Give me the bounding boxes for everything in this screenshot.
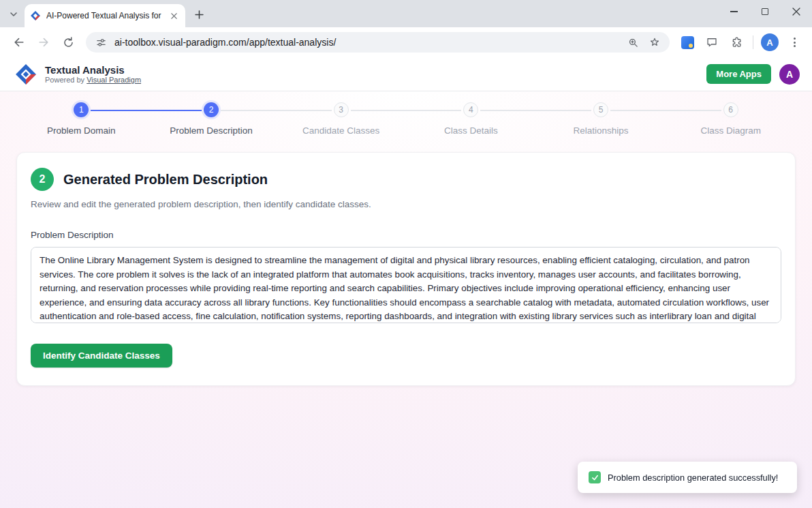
identify-candidate-classes-button[interactable]: Identify Candidate Classes: [31, 344, 172, 368]
generated-description-card: 2 Generated Problem Description Review a…: [16, 152, 796, 386]
step-circle: 3: [334, 102, 349, 117]
card-subtitle: Review and edit the generated problem de…: [31, 199, 781, 209]
card-step-badge: 2: [31, 168, 54, 191]
reload-icon[interactable]: [57, 31, 79, 53]
back-icon[interactable]: [8, 31, 30, 53]
visual-paradigm-logo: [15, 63, 37, 85]
step-circle: 1: [74, 102, 89, 117]
tab-search-chevron-icon[interactable]: [4, 5, 23, 24]
success-toast: Problem description generated successful…: [578, 462, 797, 493]
more-apps-button[interactable]: More Apps: [706, 64, 771, 84]
browser-tab[interactable]: AI-Powered Textual Analysis for: [25, 4, 185, 27]
powered-by: Powered by Visual Paradigm: [45, 76, 141, 84]
window-controls: [718, 0, 812, 23]
step-class-details[interactable]: 4 Class Details: [406, 102, 536, 136]
step-class-diagram[interactable]: 6 Class Diagram: [666, 102, 796, 136]
browser-tab-strip: AI-Powered Textual Analysis for: [0, 0, 812, 27]
forward-icon[interactable]: [33, 31, 54, 53]
step-circle: 6: [723, 102, 738, 117]
tab-title: AI-Powered Textual Analysis for: [46, 11, 162, 20]
app-title: Textual Analysis: [45, 64, 141, 76]
user-avatar[interactable]: A: [779, 64, 800, 85]
bookmark-star-icon[interactable]: [646, 34, 663, 50]
step-label: Candidate Classes: [302, 125, 379, 136]
step-problem-domain[interactable]: 1 Problem Domain: [16, 102, 146, 136]
chat-icon[interactable]: [701, 31, 723, 53]
step-problem-description[interactable]: 2 Problem Description: [146, 102, 277, 136]
extensions-puzzle-icon[interactable]: [725, 31, 747, 53]
address-bar[interactable]: ai-toolbox.visual-paradigm.com/app/textu…: [86, 32, 670, 53]
browser-menu-kebab-icon[interactable]: [783, 31, 805, 53]
new-tab-button[interactable]: [189, 5, 208, 24]
url-text[interactable]: ai-toolbox.visual-paradigm.com/app/textu…: [114, 37, 619, 48]
step-label: Relationships: [574, 125, 629, 136]
zoom-icon[interactable]: [625, 34, 641, 50]
tab-favicon: [30, 10, 41, 21]
wizard-stepper: 1 Problem Domain 2 Problem Description 3…: [0, 91, 812, 136]
minimize-icon[interactable]: [718, 0, 749, 23]
step-relationships[interactable]: 5 Relationships: [536, 102, 666, 136]
problem-description-textarea[interactable]: The Online Library Management System is …: [31, 247, 781, 323]
extension-icon-blue[interactable]: [676, 31, 698, 53]
browser-toolbar: ai-toolbox.visual-paradigm.com/app/textu…: [0, 27, 812, 57]
browser-profile-avatar[interactable]: A: [759, 31, 781, 53]
maximize-icon[interactable]: [749, 0, 781, 23]
success-check-icon: [589, 471, 601, 483]
problem-description-label: Problem Description: [31, 230, 781, 240]
page-content: 1 Problem Domain 2 Problem Description 3…: [0, 91, 812, 508]
toast-message: Problem description generated successful…: [608, 473, 778, 483]
step-label: Problem Description: [170, 125, 253, 136]
step-candidate-classes[interactable]: 3 Candidate Classes: [276, 102, 406, 136]
site-settings-icon[interactable]: [93, 34, 109, 50]
close-icon[interactable]: [781, 0, 812, 23]
step-circle: 5: [593, 102, 608, 117]
card-title: Generated Problem Description: [63, 172, 268, 188]
step-label: Problem Domain: [47, 125, 116, 136]
toolbar-divider: [753, 35, 753, 49]
tab-close-icon[interactable]: [168, 10, 180, 22]
powered-by-prefix: Powered by: [45, 76, 87, 84]
step-label: Class Details: [444, 125, 498, 136]
step-circle: 4: [463, 102, 478, 117]
app-header: Textual Analysis Powered by Visual Parad…: [0, 57, 812, 91]
step-circle: 2: [204, 102, 219, 117]
step-label: Class Diagram: [700, 125, 761, 136]
visual-paradigm-link[interactable]: Visual Paradigm: [87, 76, 141, 84]
